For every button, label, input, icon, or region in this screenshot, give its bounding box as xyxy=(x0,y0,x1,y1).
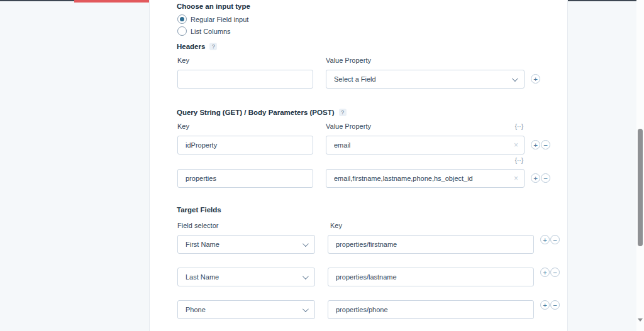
query-key-input[interactable] xyxy=(177,169,313,188)
chevron-down-icon xyxy=(303,306,309,312)
query-remove-row-button[interactable]: − xyxy=(541,173,550,183)
target-remove-row-button[interactable]: − xyxy=(550,300,560,310)
section-heading-text: Choose an input type xyxy=(177,3,250,10)
progress-bar xyxy=(74,0,155,3)
query-value-label: Value Property xyxy=(326,122,371,130)
section-heading-headers: Headers ? xyxy=(177,43,217,50)
headers-key-input[interactable] xyxy=(177,70,313,89)
section-heading-text: Query String (GET) / Body Parameters (PO… xyxy=(177,109,335,116)
target-remove-row-button[interactable]: − xyxy=(550,235,560,244)
target-add-row-button[interactable]: + xyxy=(540,235,550,244)
vertical-scrollbar[interactable] xyxy=(636,0,644,331)
target-field-selector-label: Field selector xyxy=(177,222,218,229)
target-key-input[interactable] xyxy=(328,300,534,319)
section-heading-text: Headers xyxy=(177,43,205,50)
select-value: First Name xyxy=(186,241,219,248)
select-value: Last Name xyxy=(186,273,219,281)
query-remove-row-button[interactable]: − xyxy=(541,140,550,149)
chevron-down-icon xyxy=(303,273,309,279)
target-add-row-button[interactable]: + xyxy=(540,300,550,310)
query-add-row-button[interactable]: + xyxy=(531,140,540,149)
target-field-select[interactable]: Phone xyxy=(177,300,315,319)
merge-tag-icon[interactable]: {··} xyxy=(509,157,523,164)
radio-selected-icon xyxy=(177,14,187,24)
section-heading-target-fields: Target Fields xyxy=(177,206,221,214)
target-key-input[interactable] xyxy=(328,268,534,286)
select-value: Phone xyxy=(186,306,206,313)
scroll-down-arrow-icon[interactable] xyxy=(638,318,643,322)
target-field-select[interactable]: First Name xyxy=(177,235,315,254)
target-key-input[interactable] xyxy=(328,235,534,254)
query-add-row-button[interactable]: + xyxy=(531,173,540,183)
query-value-input[interactable] xyxy=(326,169,525,188)
radio-label: Regular Field input xyxy=(191,16,248,23)
clear-icon[interactable]: × xyxy=(514,141,518,149)
radio-unselected-icon xyxy=(177,26,187,36)
target-add-row-button[interactable]: + xyxy=(540,268,550,277)
radio-label: List Columns xyxy=(191,28,231,35)
target-field-select[interactable]: Last Name xyxy=(177,268,315,286)
help-icon[interactable]: ? xyxy=(339,109,347,116)
target-key-label: Key xyxy=(330,222,342,229)
query-value-input[interactable] xyxy=(326,136,525,155)
section-heading-text: Target Fields xyxy=(177,206,221,214)
headers-value-label: Value Property xyxy=(326,57,371,64)
radio-dot xyxy=(180,17,184,21)
radio-list-columns[interactable]: List Columns xyxy=(177,26,231,36)
merge-tag-icon[interactable]: {··} xyxy=(509,123,523,130)
section-heading-input-type: Choose an input type xyxy=(177,3,250,10)
select-value: Select a Field xyxy=(334,75,376,83)
query-key-label: Key xyxy=(177,122,189,130)
headers-value-select[interactable]: Select a Field xyxy=(326,70,525,89)
query-key-input[interactable] xyxy=(177,136,313,155)
chevron-down-icon xyxy=(512,75,518,82)
chevron-down-icon xyxy=(303,241,309,247)
page: Choose an input type Regular Field input… xyxy=(0,0,644,331)
target-remove-row-button[interactable]: − xyxy=(550,268,560,277)
headers-key-label: Key xyxy=(177,57,189,64)
clear-icon[interactable]: × xyxy=(514,175,518,182)
section-heading-query: Query String (GET) / Body Parameters (PO… xyxy=(177,109,347,116)
headers-add-row-button[interactable]: + xyxy=(531,74,540,84)
help-icon[interactable]: ? xyxy=(209,43,217,50)
settings-panel: Choose an input type Regular Field input… xyxy=(149,0,568,331)
scrollbar-thumb[interactable] xyxy=(638,129,643,246)
radio-regular-field-input[interactable]: Regular Field input xyxy=(177,14,248,24)
